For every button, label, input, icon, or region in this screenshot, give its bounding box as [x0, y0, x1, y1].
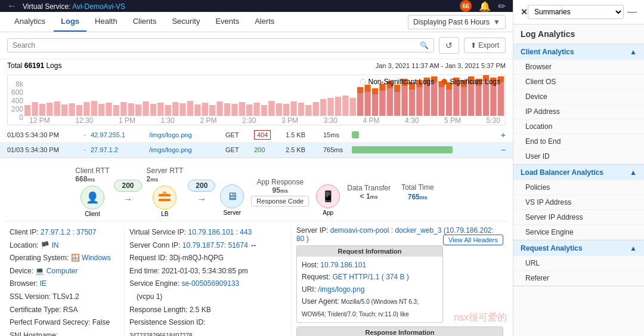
log-time: 765ms [323, 146, 347, 153]
svg-rect-55 [394, 92, 400, 116]
sidebar-item-policies[interactable]: Policies [513, 180, 644, 195]
log-url: /imgs/logo.png [149, 146, 221, 153]
svg-rect-37 [298, 103, 304, 116]
svg-rect-28 [231, 104, 237, 116]
svg-rect-33 [268, 101, 274, 116]
tab-logs[interactable]: Logs [54, 12, 86, 32]
client-analytics-items: Browser Client OS Device IP Address Loca… [513, 60, 644, 164]
log-size: 2.5 KB [286, 146, 318, 153]
sidebar-section-lb: Load Balancer Analytics ▲ Policies VS IP… [513, 165, 644, 241]
log-time-bar [352, 131, 496, 138]
request-analytics-header[interactable]: Request Analytics ▲ [513, 241, 644, 256]
svg-rect-15 [135, 104, 141, 116]
client-node: Client RTT 668ms 👤 Client [75, 167, 109, 217]
svg-rect-77 [475, 86, 481, 116]
tab-health[interactable]: Health [88, 12, 125, 32]
svg-rect-13 [120, 102, 126, 116]
tab-clients[interactable]: Clients [126, 12, 164, 32]
back-button[interactable]: ← [7, 1, 17, 11]
svg-rect-34 [276, 103, 282, 116]
sidebar-item-user-id[interactable]: User ID [513, 149, 644, 164]
log-date-range: Jan 3, 2021 11:37 AM - Jan 3, 2021 5:37 … [376, 62, 506, 69]
lb-analytics-header[interactable]: Load Balancer Analytics ▲ [513, 165, 644, 180]
svg-rect-20 [172, 102, 178, 116]
sidebar-item-client-os[interactable]: Client OS [513, 75, 644, 90]
svg-rect-43 [342, 95, 348, 116]
search-icon: 🔍 [420, 41, 429, 50]
sidebar-item-ip-address[interactable]: IP Address [513, 104, 644, 119]
svg-rect-49 [372, 94, 378, 116]
refresh-button[interactable]: ↺ [439, 37, 459, 54]
sidebar-item-browser[interactable]: Browser [513, 60, 644, 75]
svg-rect-3 [47, 103, 52, 116]
log-client-ip: 27.97.1.2 [91, 146, 144, 153]
client-analytics-header[interactable]: Client Analytics ▲ [513, 44, 644, 60]
svg-rect-59 [409, 90, 415, 116]
svg-rect-9 [91, 101, 97, 116]
request-info-content: Host: 10.79.186.101 Request: GET HTTP/1.… [297, 257, 442, 322]
sidebar-dropdown[interactable]: Summaries [528, 5, 624, 19]
log-collapse-button[interactable]: − [501, 145, 506, 155]
non-significant-dot [360, 79, 366, 85]
sidebar-item-end-to-end[interactable]: End to End [513, 134, 644, 149]
log-method: GET [225, 131, 249, 138]
sidebar-item-server-ip[interactable]: Server IP Address [513, 210, 644, 225]
request-info-header: Request Information [297, 246, 442, 257]
sidebar-item-vs-ip[interactable]: VS IP Address [513, 195, 644, 210]
svg-rect-47 [364, 92, 370, 116]
log-stats: Total 66191 Logs Jan 3, 2021 11:37 AM - … [0, 59, 513, 72]
svg-rect-83 [498, 82, 504, 116]
sidebar-section-client: Client Analytics ▲ Browser Client OS Dev… [513, 44, 644, 165]
sidebar-minimize-button[interactable]: — [627, 7, 637, 17]
svg-rect-29 [239, 102, 245, 116]
svg-rect-31 [253, 103, 259, 116]
sidebar-close-button[interactable]: ✕ [521, 7, 528, 17]
search-input-wrap[interactable]: 🔍 [7, 38, 434, 53]
sidebar-item-location[interactable]: Location [513, 119, 644, 134]
tab-security[interactable]: Security [165, 12, 207, 32]
log-row[interactable]: 01/03 5:34:30 PM - 42.97.255.1 /imgs/log… [0, 128, 513, 143]
svg-rect-73 [461, 87, 467, 116]
svg-rect-41 [327, 98, 333, 116]
view-all-headers-button[interactable]: View All Headers [443, 235, 503, 245]
server-node: 🖥 Server [220, 168, 244, 216]
sidebar-item-service-engine[interactable]: Service Engine [513, 225, 644, 240]
tab-analytics[interactable]: Analytics [7, 12, 52, 32]
sidebar-item-referer[interactable]: Referer [513, 271, 644, 286]
svg-rect-24 [202, 103, 208, 116]
svg-rect-39 [313, 102, 319, 116]
svg-rect-81 [490, 85, 496, 116]
right-sidebar: ✕ Summaries — Log Analytics Client Analy… [513, 0, 644, 336]
log-count-label: Total 66191 Logs [7, 61, 61, 70]
svg-rect-38 [305, 105, 311, 116]
significant-dot [441, 79, 447, 85]
server-icon: 🖥 [220, 184, 244, 208]
client-response-code: 200 [114, 180, 141, 192]
response-info-header: Response Information [297, 327, 503, 336]
sidebar-item-device[interactable]: Device [513, 90, 644, 104]
svg-rect-61 [416, 87, 422, 116]
tab-events[interactable]: Events [208, 12, 246, 32]
svg-rect-11 [106, 103, 112, 116]
time-filter-dropdown[interactable]: Displaying Past 6 Hours ▼ [408, 15, 506, 29]
log-row-expanded[interactable]: 01/03 5:34:30 PM - 27.97.1.2 /imgs/logo.… [0, 143, 513, 158]
chart-area: Non-Significant Logs Significant Logs 8k… [7, 75, 506, 125]
sidebar-item-url[interactable]: URL [513, 256, 644, 271]
log-status: 404 [254, 131, 281, 138]
svg-rect-14 [128, 103, 134, 116]
notification-badge[interactable]: 66 [460, 0, 472, 12]
edit-icon[interactable]: ✏ [498, 1, 506, 12]
export-button[interactable]: ⬆ Export [464, 38, 506, 53]
svg-rect-35 [283, 104, 289, 116]
log-expand-button[interactable]: + [501, 130, 506, 140]
header-icons: 66 🔔 ✏ [460, 0, 506, 12]
tab-alerts[interactable]: Alerts [247, 12, 281, 32]
bell-icon[interactable]: 🔔 [479, 1, 491, 12]
response-code-button[interactable]: Response Code [251, 196, 309, 206]
svg-rect-53 [387, 88, 393, 116]
search-input[interactable] [13, 41, 420, 50]
detail-middle: Virtual Service IP: 10.79.186.101 : 443 … [124, 226, 291, 336]
svg-rect-50 [372, 88, 378, 94]
log-client-ip: 42.97.255.1 [91, 131, 144, 138]
svg-rect-1 [32, 102, 38, 116]
